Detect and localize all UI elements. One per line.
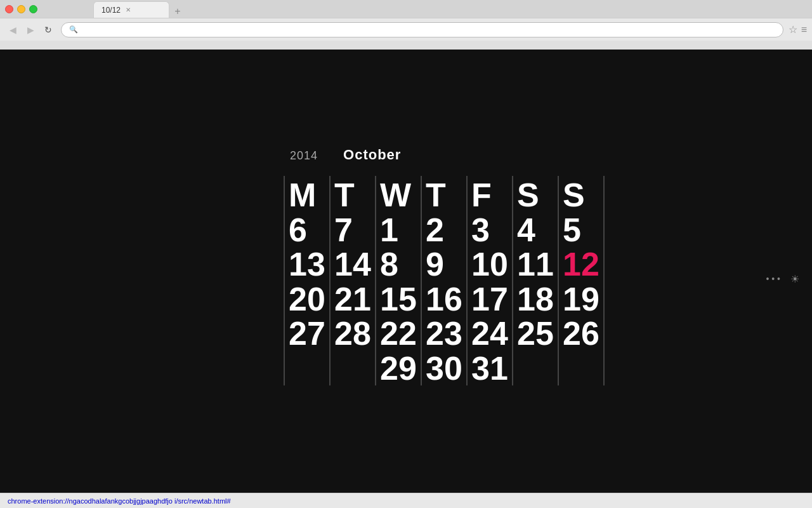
day-cell[interactable]: 24: [471, 316, 508, 351]
close-button[interactable]: [5, 5, 13, 13]
day-cell[interactable]: 22: [380, 316, 417, 351]
day-cell[interactable]: 16: [426, 282, 462, 317]
calendar-container: 2014 October M61320270T71421280W18152229…: [284, 147, 605, 386]
dots-icon[interactable]: • • •: [766, 274, 780, 284]
brightness-icon[interactable]: ☀: [790, 273, 799, 285]
day-cell[interactable]: 6: [289, 213, 325, 248]
day-header: T: [334, 176, 371, 213]
address-bar[interactable]: 🔍: [61, 22, 783, 37]
status-url: chrome-extension://ngacodhalafankgcobjjg…: [8, 497, 231, 505]
day-cell[interactable]: 3: [471, 213, 508, 248]
day-cell[interactable]: 10: [471, 247, 508, 282]
day-header: F: [471, 176, 508, 213]
day-cell[interactable]: 11: [517, 247, 554, 282]
status-bar: chrome-extension://ngacodhalafankgcobjjg…: [0, 493, 812, 508]
forward-button[interactable]: ▶: [23, 22, 38, 37]
day-column: S41118250: [513, 176, 559, 386]
day-cell[interactable]: 1: [380, 213, 417, 248]
day-cell[interactable]: 8: [380, 247, 417, 282]
day-cell[interactable]: 7: [334, 213, 371, 248]
menu-icon[interactable]: ≡: [801, 24, 807, 36]
day-cell[interactable]: 30: [426, 351, 462, 386]
month-label: October: [343, 147, 401, 163]
day-header: S: [517, 176, 554, 213]
day-header: T: [426, 176, 462, 213]
active-tab[interactable]: 10/12 ✕: [93, 1, 169, 18]
day-cell[interactable]: 28: [334, 316, 371, 351]
bottom-right-controls: • • • ☀: [766, 273, 799, 285]
day-cell[interactable]: 21: [334, 282, 371, 317]
new-tab-button[interactable]: +: [169, 5, 186, 18]
day-cell[interactable]: 31: [471, 351, 508, 386]
calendar-grid: M61320270T71421280W18152229T29162330F310…: [284, 176, 605, 386]
day-cell[interactable]: 5: [563, 213, 599, 248]
day-column: W18152229: [376, 176, 422, 386]
day-cell[interactable]: 19: [563, 282, 599, 317]
day-cell[interactable]: 17: [471, 282, 508, 317]
bookmark-star-icon[interactable]: ☆: [789, 23, 797, 36]
day-cell[interactable]: 20: [289, 282, 325, 317]
day-cell[interactable]: 13: [289, 247, 325, 282]
day-column: T71421280: [331, 176, 376, 386]
toolbar-right: ☆ ≡: [789, 23, 807, 36]
day-header: W: [380, 176, 417, 213]
back-icon: ◀: [10, 25, 16, 35]
forward-icon: ▶: [27, 25, 34, 35]
day-column: F310172431: [468, 176, 513, 386]
tab-close-icon[interactable]: ✕: [126, 6, 131, 13]
browser-chrome: 10/12 ✕ + ◀ ▶ ↻ 🔍 ☆ ≡: [0, 0, 812, 50]
day-cell[interactable]: 18: [517, 282, 554, 317]
maximize-button[interactable]: [29, 5, 37, 13]
day-column: M61320270: [285, 176, 331, 386]
page-content: 2014 October M61320270T71421280W18152229…: [0, 50, 812, 508]
day-column: T29162330: [422, 176, 468, 386]
reload-button[interactable]: ↻: [41, 22, 56, 37]
back-button[interactable]: ◀: [5, 22, 20, 37]
day-cell[interactable]: 29: [380, 351, 417, 386]
day-cell[interactable]: 2: [426, 213, 462, 248]
search-icon: 🔍: [69, 25, 78, 34]
day-cell[interactable]: 15: [380, 282, 417, 317]
reload-icon: ↻: [44, 25, 52, 35]
traffic-lights: [5, 5, 37, 13]
tab-title: 10/12: [102, 6, 121, 15]
day-cell[interactable]: 9: [426, 247, 462, 282]
title-bar: 10/12 ✕ +: [0, 0, 812, 18]
day-cell[interactable]: 14: [334, 247, 371, 282]
toolbar: ◀ ▶ ↻ 🔍 ☆ ≡: [0, 18, 812, 41]
day-cell[interactable]: 12: [563, 247, 599, 282]
day-cell[interactable]: 26: [563, 316, 599, 351]
day-cell[interactable]: 27: [289, 316, 325, 351]
minimize-button[interactable]: [17, 5, 25, 13]
calendar-header: 2014 October: [284, 147, 401, 163]
day-cell[interactable]: 25: [517, 316, 554, 351]
day-header: S: [563, 176, 599, 213]
year-label: 2014: [290, 149, 318, 163]
day-cell[interactable]: 4: [517, 213, 554, 248]
tab-bar: 10/12 ✕ +: [43, 0, 186, 18]
day-column: S51219260: [559, 176, 605, 386]
day-cell[interactable]: 23: [426, 316, 462, 351]
day-header: M: [289, 176, 325, 213]
